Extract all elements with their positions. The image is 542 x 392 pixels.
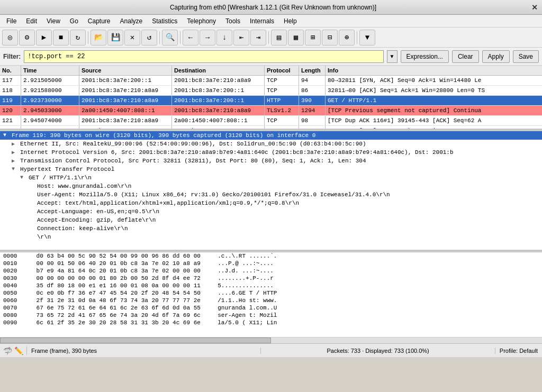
table-row[interactable]: 119 2.923730000 2001:bc8:3a7e:210:a8a9 2… — [0, 96, 542, 106]
hex-row: 0030 00 00 00 00 00 00 01 80 2b 00 50 2d… — [0, 275, 542, 282]
find-packet-button[interactable]: 🔍 — [162, 30, 178, 45]
table-row[interactable]: 118 2.921588000 2001:bc8:3a7e:210:a8a9 2… — [0, 86, 542, 96]
detail-text: Frame 119: 390 bytes on wire (3120 bits)… — [12, 132, 315, 139]
prev-packet-button[interactable]: ← — [183, 30, 198, 45]
menu-item-edit[interactable]: Edit — [22, 16, 41, 26]
hex-ascii: .c..\.RT ......`. — [218, 253, 277, 259]
colorize-button[interactable]: ▤ — [271, 30, 287, 45]
menu-item-statistics[interactable]: Statistics — [148, 16, 182, 26]
expression-button[interactable]: Expression... — [401, 50, 449, 63]
apply-button[interactable]: Apply — [482, 50, 510, 63]
hex-offset: 0030 — [3, 275, 24, 281]
first-packet-button[interactable]: ⇤ — [233, 30, 249, 45]
hex-row: 0070 67 6e 75 72 61 6e 64 61 6c 2e 63 6f… — [0, 304, 542, 312]
table-row[interactable]: 120 2.945033000 2a00:1450:4007:808::1 20… — [0, 106, 542, 116]
status-icons: 🦈 ✏️ — [0, 347, 27, 355]
detail-item[interactable]: User-Agent: Mozilla/5.0 (X11; Linux x86_… — [0, 190, 542, 199]
toolbar-separator — [180, 31, 180, 44]
stop-capture-button[interactable]: ■ — [53, 30, 69, 45]
menu-item-view[interactable]: View — [42, 16, 65, 26]
menu-bar: FileEditViewGoCaptureAnalyzeStatisticsTe… — [0, 15, 542, 28]
col-header-info: Info — [326, 66, 542, 75]
detail-item[interactable]: ▼Hypertext Transfer Protocol — [0, 165, 542, 174]
hex-bytes: 00 00 01 50 06 40 20 01 0b c8 3a 7e 02 1… — [37, 260, 206, 267]
filter-dropdown[interactable]: ▼ — [387, 50, 398, 63]
hex-offset: 0040 — [3, 282, 24, 289]
window-close-button[interactable]: ✕ — [531, 3, 538, 12]
menu-item-go[interactable]: Go — [66, 16, 83, 26]
expand-icon: ▶ — [12, 149, 18, 156]
hex-offset: 0020 — [3, 268, 24, 274]
detail-item[interactable]: ▶Internet Protocol Version 6, Src: 2001:… — [0, 148, 542, 157]
restart-button[interactable]: ↻ — [70, 30, 86, 45]
hex-scrollbar[interactable] — [0, 337, 542, 343]
menu-item-help[interactable]: Help — [279, 16, 301, 26]
hex-offset: 0080 — [3, 312, 24, 318]
filter-bar: Filter: ▼ Expression... Clear Apply Save — [0, 48, 542, 66]
filter-input[interactable] — [24, 50, 383, 63]
menu-item-file[interactable]: File — [2, 16, 21, 26]
expand-icon: ▼ — [3, 132, 10, 138]
detail-item[interactable]: Accept-Encoding: gzip, deflate\r\n — [0, 216, 542, 224]
detail-item[interactable]: ▶Ethernet II, Src: RealtekU_99:00:96 (52… — [0, 140, 542, 148]
last-packet-button[interactable]: ⇥ — [250, 30, 266, 45]
more-button[interactable]: ▼ — [359, 30, 375, 45]
zoom-in-button[interactable]: ▦ — [288, 30, 304, 45]
detail-item[interactable]: Connection: keep-alive\r\n — [0, 224, 542, 233]
hex-row: 0020 b7 e9 4a 81 64 0c 20 01 0b c8 3a 7e… — [0, 267, 542, 275]
detail-item[interactable]: Accept-Language: en-US,en;q=0.5\r\n — [0, 207, 542, 216]
goto-packet-button[interactable]: ↓ — [216, 30, 232, 45]
table-row[interactable]: 121 2.945074000 2001:bc8:3a7e:210:a8a9 2… — [0, 116, 542, 126]
hex-row: 0060 2f 31 2e 31 0d 0a 48 6f 73 74 3a 20… — [0, 297, 542, 304]
reload-button[interactable]: ↺ — [141, 30, 157, 45]
toolbar: ◎⚙▶■↻📂💾✕↺🔍←→↓⇤⇥▤▦⊞⊟⊕▼ — [0, 28, 542, 48]
col-header-no: No. — [0, 66, 21, 75]
detail-text: Accept-Encoding: gzip, deflate\r\n — [37, 217, 156, 223]
save-file-button[interactable]: 💾 — [107, 30, 123, 45]
menu-item-capture[interactable]: Capture — [84, 16, 115, 26]
expand-icon: ▼ — [12, 166, 18, 172]
hex-bytes: 35 df 80 18 00 e1 e1 16 00 01 08 0a 00 0… — [37, 282, 206, 289]
col-header-protocol: Protocol — [265, 66, 299, 75]
detail-text: Transmission Control Protocol, Src Port:… — [20, 158, 366, 164]
menu-item-tools[interactable]: Tools — [221, 16, 245, 26]
clear-button[interactable]: Clear — [452, 50, 479, 63]
detail-item[interactable]: Host: www.gnurandal.com\r\n — [0, 182, 542, 190]
detail-text: Connection: keep-alive\r\n — [37, 225, 128, 232]
table-row[interactable]: 117 2.921505000 2001:bc8:3a7e:200::1 200… — [0, 76, 542, 86]
hex-bytes: 67 6e 75 72 61 6e 64 61 6c 2e 63 6f 6d 0… — [37, 305, 206, 311]
close-capture-button[interactable]: ✕ — [124, 30, 140, 45]
packet-rows: 117 2.921505000 2001:bc8:3a7e:200::1 200… — [0, 76, 542, 129]
collapse-all-button[interactable]: ⊟ — [322, 30, 338, 45]
hex-ascii: ..J.d. ...:~.... — [218, 268, 274, 274]
save-button[interactable]: Save — [513, 50, 539, 63]
toolbar-separator — [159, 31, 160, 44]
detail-item[interactable]: ▶Transmission Control Protocol, Src Port… — [0, 157, 542, 165]
expand-all-button[interactable]: ⊞ — [305, 30, 321, 45]
menu-item-telephony[interactable]: Telephony — [183, 16, 220, 26]
toolbar-separator — [88, 31, 88, 44]
interface-list-button[interactable]: ◎ — [2, 30, 18, 45]
open-file-button[interactable]: 📂 — [91, 30, 106, 45]
menu-item-analyze[interactable]: Analyze — [116, 16, 147, 26]
start-capture-button[interactable]: ▶ — [36, 30, 52, 45]
detail-text: \r\n — [37, 234, 51, 240]
detail-item[interactable]: ▼GET / HTTP/1.1\r\n — [0, 174, 542, 182]
hex-ascii: ........+.P-...r — [218, 275, 274, 281]
detail-item[interactable]: \r\n — [0, 233, 542, 241]
hex-row: 0080 73 65 72 2d 41 67 65 6e 74 3a 20 4d… — [0, 312, 542, 319]
filter-label: Filter: — [3, 53, 21, 60]
hex-bytes: d0 63 b4 00 5c 90 52 54 00 99 00 96 86 d… — [37, 253, 206, 259]
detail-text: Ethernet II, Src: RealtekU_99:00:96 (52:… — [20, 141, 366, 147]
resolve-button[interactable]: ⊕ — [339, 30, 355, 45]
detail-item[interactable]: Accept: text/html,application/xhtml+xml,… — [0, 199, 542, 207]
menu-item-internals[interactable]: Internals — [246, 16, 278, 26]
next-packet-button[interactable]: → — [200, 30, 215, 45]
detail-item[interactable]: ▼Frame 119: 390 bytes on wire (3120 bits… — [0, 131, 542, 140]
hex-ascii: ...P.@ ...:~.... — [218, 260, 274, 267]
hex-ascii: ser-Agen t: Mozil — [218, 312, 277, 318]
shark-icon: 🦈 — [3, 347, 12, 355]
options-button[interactable]: ⚙ — [19, 30, 35, 45]
detail-text: Internet Protocol Version 6, Src: 2001:b… — [20, 149, 454, 156]
col-header-length: Length — [299, 66, 326, 75]
